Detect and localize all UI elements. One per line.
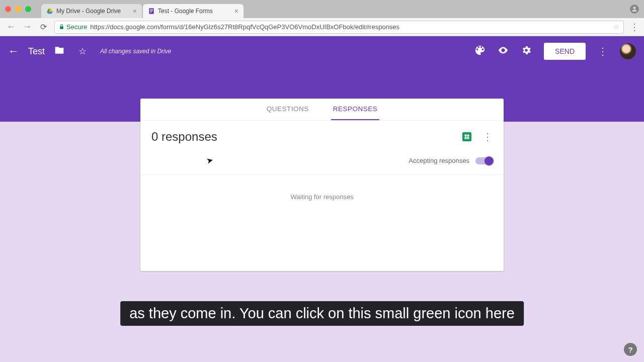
response-count: 0 responses bbox=[151, 130, 217, 144]
save-status: All changes saved in Drive bbox=[100, 48, 171, 55]
waiting-message: Waiting for responses bbox=[140, 175, 504, 271]
tab-title: My Drive - Google Drive bbox=[56, 8, 121, 15]
card-tabs: QUESTIONS RESPONSES bbox=[140, 99, 504, 121]
forms-favicon-icon bbox=[148, 8, 155, 15]
bookmark-star-icon[interactable]: ☆ bbox=[613, 23, 619, 31]
responses-menu-icon[interactable]: ⋮ bbox=[482, 131, 493, 143]
close-window-button[interactable] bbox=[5, 6, 11, 12]
more-menu-icon[interactable]: ⋮ bbox=[598, 45, 608, 57]
minimize-window-button[interactable] bbox=[15, 6, 21, 12]
tab-title: Test - Google Forms bbox=[158, 8, 213, 15]
help-button[interactable]: ? bbox=[624, 343, 637, 356]
back-arrow-icon[interactable]: ← bbox=[8, 45, 19, 58]
window-chrome: My Drive - Google Drive × Test - Google … bbox=[0, 0, 644, 18]
secure-indicator: Secure bbox=[59, 23, 87, 31]
tab-questions[interactable]: QUESTIONS bbox=[265, 99, 311, 120]
svg-rect-6 bbox=[150, 12, 152, 12]
browser-tab-forms[interactable]: Test - Google Forms × bbox=[143, 4, 244, 18]
toggle-knob bbox=[485, 156, 494, 165]
sheets-icon[interactable] bbox=[462, 132, 471, 141]
accepting-label: Accepting responses bbox=[409, 157, 469, 164]
lock-icon bbox=[59, 24, 64, 30]
account-avatar[interactable] bbox=[620, 43, 636, 59]
palette-icon[interactable] bbox=[474, 45, 486, 58]
accepting-toggle[interactable] bbox=[475, 157, 493, 164]
svg-point-7 bbox=[633, 7, 636, 9]
svg-rect-5 bbox=[150, 11, 153, 11]
svg-rect-4 bbox=[150, 10, 153, 10]
drive-favicon-icon bbox=[46, 8, 53, 15]
video-caption: as they come in. You can click on this s… bbox=[120, 301, 524, 326]
browser-tab-drive[interactable]: My Drive - Google Drive × bbox=[41, 4, 142, 18]
browser-toolbar: ← → ⟳ Secure https://docs.google.com/for… bbox=[0, 18, 644, 36]
back-button[interactable]: ← bbox=[6, 22, 16, 32]
form-title[interactable]: Test bbox=[28, 46, 45, 57]
star-icon[interactable]: ☆ bbox=[77, 46, 88, 57]
chrome-profile-icon[interactable] bbox=[630, 5, 639, 14]
address-bar[interactable]: Secure https://docs.google.com/forms/d/1… bbox=[54, 21, 624, 34]
forward-button[interactable]: → bbox=[22, 22, 32, 32]
tab-responses[interactable]: RESPONSES bbox=[331, 99, 380, 120]
close-tab-icon[interactable]: × bbox=[234, 7, 238, 15]
maximize-window-button[interactable] bbox=[25, 6, 31, 12]
chrome-menu-icon[interactable]: ⋮ bbox=[630, 22, 638, 33]
preview-icon[interactable] bbox=[498, 45, 509, 58]
url-text: https://docs.google.com/forms/d/16eNyGIz… bbox=[90, 23, 399, 31]
close-tab-icon[interactable]: × bbox=[133, 7, 137, 15]
form-card: QUESTIONS RESPONSES 0 responses ⋮ Accept… bbox=[140, 99, 504, 271]
folder-icon[interactable] bbox=[54, 45, 65, 58]
send-button[interactable]: SEND bbox=[544, 43, 586, 60]
settings-icon[interactable] bbox=[521, 45, 532, 58]
secure-label: Secure bbox=[66, 23, 87, 31]
reload-button[interactable]: ⟳ bbox=[38, 22, 48, 32]
